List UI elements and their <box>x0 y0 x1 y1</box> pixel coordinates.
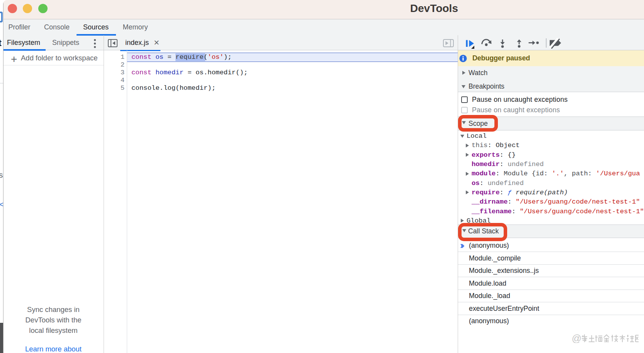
svg-text:@: @ <box>572 334 581 343</box>
